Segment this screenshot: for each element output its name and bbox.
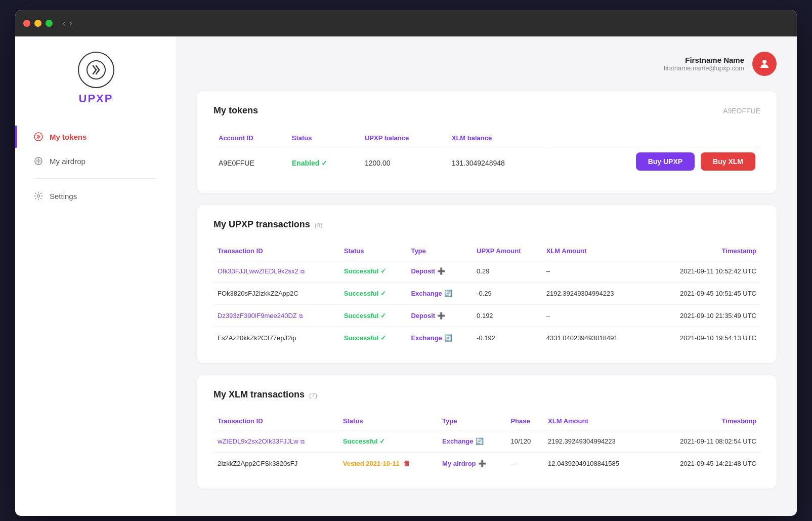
trash-icon[interactable]: 🗑 — [403, 460, 410, 467]
status-value: Enabled ✓ — [288, 148, 360, 178]
refresh-icon: 🔄 — [444, 290, 452, 297]
sidebar-divider — [35, 178, 156, 179]
type-cell: Exchange 🔄 — [407, 327, 473, 349]
table-row: wZIEDL9x2sx2OIk33FJJLw⧉Successful ✓Excha… — [213, 430, 760, 453]
forward-arrow[interactable]: › — [69, 19, 72, 28]
status-badge: Successful ✓ — [343, 437, 434, 445]
status-cell: Successful ✓ — [340, 283, 407, 305]
type-cell: Exchange 🔄 — [438, 430, 506, 453]
xlm-amount-cell: 12.04392049108841585 — [544, 453, 649, 475]
upxp-amount-cell: -0.29 — [473, 283, 542, 305]
buy-xlm-button[interactable]: Buy XLM — [701, 152, 755, 171]
tx-id-cell: Fs2Az20kkZk2C377epJ2ip — [213, 327, 340, 349]
back-arrow[interactable]: ‹ — [63, 19, 65, 28]
tx-id-cell: Dz393zF390IF9mee240DZ⧉ — [213, 305, 340, 327]
sidebar-nav: My tokens My airdrop — [15, 126, 177, 209]
tx-link[interactable]: OIk33FJJLwwZIEDL9x2sx2 — [218, 267, 298, 275]
logo-text: UPXP — [79, 92, 113, 105]
type-deposit: Deposit ➕ — [411, 312, 468, 319]
status-cell: Vested 2021-10-11 🗑 — [339, 453, 438, 475]
check-icon: ✓ — [321, 159, 327, 167]
status-cell: Successful ✓ — [340, 305, 407, 327]
xlm-amount-cell: 2192.39249304994223 — [544, 430, 649, 453]
timestamp-cell: 2021-09-11 10:52:42 UTC — [648, 260, 760, 283]
upxp-col-txid: Transaction ID — [213, 242, 340, 260]
external-link-icon: ⧉ — [301, 438, 305, 445]
status-badge: Successful ✓ — [344, 290, 403, 297]
user-info: Firstname Name firstname.name@upxp.com — [664, 56, 744, 72]
status-badge: Enabled ✓ — [292, 159, 356, 167]
xlm-col-xlm-amount: XLM Amount — [544, 412, 649, 430]
close-button[interactable] — [23, 20, 30, 27]
table-row: 2IzkkZ2App2CFSk3820sFJVested 2021-10-11 … — [213, 453, 760, 475]
table-row: Fs2Az20kkZk2C377epJ2ipSuccessful ✓Exchan… — [213, 327, 760, 349]
xlm-balance-value: 131.3049248948 — [448, 148, 548, 178]
xlm-col-status: Status — [339, 412, 438, 430]
xlm-amount-cell: 4331.040239493018491 — [542, 327, 648, 349]
traffic-lights — [23, 20, 53, 27]
upxp-balance-value: 1200.00 — [361, 148, 447, 178]
status-badge: Successful ✓ — [344, 334, 403, 342]
nav-arrows[interactable]: ‹ › — [63, 19, 72, 28]
user-avatar[interactable] — [752, 52, 777, 76]
tokens-table: Account ID Status UPXP balance XLM balan… — [213, 128, 760, 179]
account-id-value: A9E0FFUE — [215, 148, 287, 178]
type-cell: Deposit ➕ — [407, 305, 473, 327]
sidebar: UPXP My tokens — [15, 36, 177, 516]
sidebar-item-my-airdrop[interactable]: My airdrop — [25, 150, 166, 172]
tx-id-cell: FOk3820sFJ2IzkkZ2App2C — [213, 283, 340, 305]
xlm-transactions-header: My XLM transactions (7) — [213, 389, 760, 400]
upxp-transactions-header: My UPXP transactions (4) — [213, 219, 760, 230]
buy-upxp-button[interactable]: Buy UPXP — [636, 152, 695, 171]
upxp-amount-cell: 0.29 — [473, 260, 542, 283]
vested-badge: Vested 2021-10-11 🗑 — [343, 460, 410, 467]
type-exchange: Exchange 🔄 — [442, 437, 502, 445]
upxp-col-type: Type — [407, 242, 473, 260]
logo-xp: XP — [96, 92, 113, 105]
refresh-icon: 🔄 — [444, 334, 452, 342]
maximize-button[interactable] — [46, 20, 53, 27]
upxp-col-xlm-amount: XLM Amount — [542, 242, 648, 260]
tx-id-cell: OIk33FJJLwwZIEDL9x2sx2⧉ — [213, 260, 340, 283]
xlm-col-timestamp: Timestamp — [649, 412, 760, 430]
col-actions — [549, 129, 759, 147]
upxp-transactions-title: My UPXP transactions (4) — [213, 219, 323, 230]
xlm-amount-cell: – — [542, 260, 648, 283]
timestamp-cell: 2021-09-10 21:35:49 UTC — [648, 305, 760, 327]
check-icon: ✓ — [380, 334, 386, 342]
tx-link[interactable]: wZIEDL9x2sx2OIk33FJJLw — [218, 437, 298, 445]
tx-id-cell: wZIEDL9x2sx2OIk33FJJLw⧉ — [213, 430, 339, 453]
sidebar-label-my-tokens: My tokens — [50, 133, 87, 141]
tokens-title: My tokens — [213, 105, 258, 116]
timestamp-cell: 2021-09-45 10:51:45 UTC — [648, 283, 760, 305]
type-cell: Deposit ➕ — [407, 260, 473, 283]
upxp-count: (4) — [315, 221, 323, 229]
external-link-icon: ⧉ — [299, 313, 303, 319]
type-cell: My airdrop ➕ — [438, 453, 506, 475]
token-icon — [33, 132, 44, 142]
upxp-table: Transaction ID Status Type UPXP Amount X… — [213, 242, 760, 349]
phase-cell: – — [506, 453, 544, 475]
tx-link[interactable]: Dz393zF390IF9mee240DZ — [218, 312, 297, 319]
tokens-account-id-badge: A9EOFFUE — [723, 107, 760, 115]
col-upxp-balance: UPXP balance — [361, 129, 447, 147]
svg-point-4 — [37, 195, 40, 197]
xlm-transactions-title: My XLM transactions (7) — [213, 389, 317, 400]
status-badge: Successful ✓ — [344, 312, 403, 319]
xlm-col-type: Type — [438, 412, 506, 430]
timestamp-cell: 2021-09-45 14:21:48 UTC — [649, 453, 760, 475]
xlm-col-txid: Transaction ID — [213, 412, 339, 430]
check-icon: ✓ — [380, 312, 386, 319]
sidebar-label-settings: Settings — [50, 192, 77, 201]
type-airdrop: My airdrop ➕ — [442, 460, 502, 467]
main-content: Firstname Name firstname.name@upxp.com M… — [177, 36, 797, 516]
refresh-icon: 🔄 — [476, 437, 484, 445]
phase-cell: 10/120 — [506, 430, 544, 453]
minimize-button[interactable] — [34, 20, 41, 27]
xlm-table: Transaction ID Status Type Phase XLM Amo… — [213, 412, 760, 474]
logo-circle — [78, 52, 114, 88]
sidebar-item-my-tokens[interactable]: My tokens — [25, 126, 166, 148]
upxp-col-timestamp: Timestamp — [648, 242, 760, 260]
col-xlm-balance: XLM balance — [448, 129, 548, 147]
sidebar-item-settings[interactable]: Settings — [25, 185, 166, 207]
